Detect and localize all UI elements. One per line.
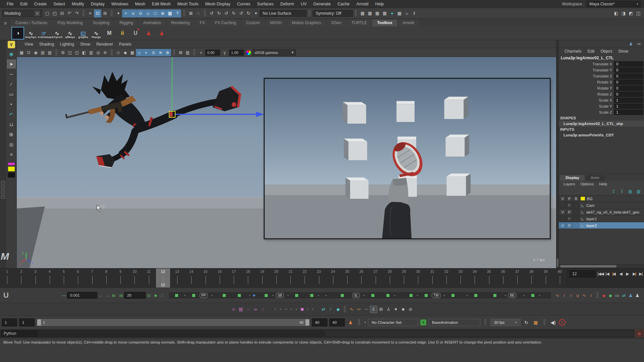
bookmark-key-marker[interactable] (474, 294, 477, 297)
timeline-frame-7[interactable]: 7 (85, 268, 99, 288)
shelf-item-range[interactable]: ∿Range (91, 27, 102, 39)
layer-r-toggle[interactable] (573, 216, 579, 222)
step-field[interactable]: 0.001 (67, 292, 97, 299)
bookmark-label-sl[interactable]: SL (352, 293, 360, 298)
bookmark-key-marker[interactable] (175, 294, 178, 297)
shelf-tab-motion-graphics[interactable]: Motion Graphics (287, 19, 326, 26)
snap-box-tool-icon[interactable]: ⊞ (7, 130, 16, 139)
bookmarks-icon[interactable]: ▤ (39, 49, 46, 56)
mini-strip-key[interactable] (301, 308, 304, 311)
gamma-field[interactable]: 1.00 (229, 50, 244, 56)
safe-action-icon[interactable]: ◎ (95, 49, 102, 56)
chevron-down-icon[interactable]: ▾ (364, 320, 366, 324)
layer-row-ak47-rig-v0-4-beta-ak47-geo[interactable]: VP◺ak47_rig_v0_4_beta:ak47_geo (559, 209, 644, 216)
shelf-item-pose-a[interactable]: ♟ (143, 27, 154, 39)
bookmark-key-marker[interactable] (265, 294, 268, 297)
bookmark-key-marker[interactable] (531, 294, 534, 297)
layer-r-toggle[interactable] (573, 209, 579, 215)
channel-box-menu-object[interactable]: Object (597, 49, 615, 54)
character-controls-icon[interactable]: ♟ (628, 41, 634, 47)
render-frame-icon[interactable]: ▦ (359, 9, 366, 17)
layer-row-cam[interactable]: P◺Cam (559, 202, 644, 209)
bookmark-label-pp[interactable]: PP (200, 293, 207, 298)
attribute-value-field[interactable]: 0 (614, 67, 643, 73)
layer-editor-menu-layers[interactable]: Layers (561, 182, 578, 186)
shelf-tab-xgen[interactable]: XGen (326, 19, 346, 26)
layer-p-toggle[interactable]: P (566, 209, 573, 215)
snap-to-curves-icon[interactable]: ∪ (129, 9, 137, 17)
light-editor-icon[interactable]: ☼ (403, 9, 411, 17)
panel-menu-renderer[interactable]: Renderer (93, 42, 116, 47)
anti-aliasing-icon[interactable]: ⊛ (164, 49, 171, 56)
timeline-frame-28[interactable]: 28 (383, 268, 397, 288)
timeline-frame-36[interactable]: 36 (496, 268, 510, 288)
save-scene-icon[interactable]: ⊟ (58, 9, 66, 17)
lasso-tool-icon[interactable]: ∽ (7, 70, 16, 78)
character-blue-icon[interactable]: ♟ (627, 292, 634, 299)
film-gate-icon[interactable]: ◫ (66, 49, 73, 56)
redo-icon[interactable]: ↷ (73, 9, 80, 17)
menu-create[interactable]: Create (31, 2, 50, 6)
shelf-item-acksetup[interactable]: ☞AckSetup (38, 27, 50, 39)
render-sequence-icon[interactable]: ▦ (374, 9, 381, 17)
attribute-value-field[interactable]: 0 (614, 61, 643, 67)
shelf-item-allkeys[interactable]: ∿allkeys (64, 27, 76, 39)
shelf-tab-sculpting[interactable]: Sculpting (88, 19, 114, 26)
attribute-value-field[interactable]: 0 (614, 79, 643, 85)
channel-box-menu-show[interactable]: Show (615, 49, 631, 54)
time-editor-icon[interactable]: ▦ (532, 319, 539, 326)
menu-select[interactable]: Select (50, 2, 68, 6)
modeling-toolkit-toggle-icon[interactable]: ◧ (612, 9, 620, 17)
timeline-bookmarks-strip[interactable]: PPSBSLTWBE▶ (169, 292, 551, 298)
history-menu-arrow-icon[interactable]: ▾ (252, 9, 260, 17)
frames-field[interactable]: 20 (124, 292, 146, 299)
output-operations-icon[interactable]: ↻ (215, 9, 223, 17)
timeline-frame-3[interactable]: 3 (29, 268, 43, 288)
channel-box-menu-edit[interactable]: Edit (585, 49, 598, 54)
layout-single-pane-button[interactable] (1, 181, 5, 185)
shelf-item-keysyn[interactable]: ∿KeySyn (25, 27, 37, 39)
motion-trail-icon[interactable]: ∿ (348, 306, 355, 313)
timeline-frame-34[interactable]: 34 (468, 268, 482, 288)
camera-tool-icon[interactable]: ◎ (7, 140, 16, 149)
select-tool-icon[interactable]: ➤ (7, 60, 16, 68)
safe-title-icon[interactable]: ⊚ (102, 49, 109, 56)
set-key-green-icon[interactable]: ◆ (607, 292, 614, 299)
shelf-tab-rigging[interactable]: Rigging (115, 19, 138, 26)
exposure-field[interactable]: 0.00 (205, 50, 220, 56)
layout-persp-graph-button[interactable] (1, 195, 5, 199)
menu-uv[interactable]: UV (298, 2, 310, 6)
timeline-frame-16[interactable]: 16 (213, 268, 227, 288)
bookmark-key-marker[interactable] (223, 294, 226, 297)
snap-help-icon[interactable]: ? (174, 9, 181, 17)
input-node-item[interactable]: Luna3p:armorPrimVis_CDT (559, 132, 644, 138)
bookmark-key-marker[interactable] (493, 294, 496, 297)
shelf-item-graphx[interactable]: ◱graphx (77, 27, 89, 39)
shelf-item-ii[interactable]: ii (117, 27, 128, 39)
layer-editor-hscrollbar[interactable] (559, 264, 644, 268)
play-backwards-button[interactable]: ◀ (618, 270, 624, 278)
range-end-handle[interactable] (305, 319, 310, 326)
notes-tool-icon[interactable]: ≡ (7, 150, 16, 159)
timeline-frame-39[interactable]: 39 (539, 268, 553, 288)
range-slider-bar[interactable]: 1 40 (37, 318, 310, 326)
minus-icon[interactable]: — (60, 292, 67, 299)
textured-icon[interactable]: ▩ (129, 49, 136, 56)
shelf-tab-animation[interactable]: Animation (139, 19, 166, 26)
live-surface-field[interactable]: No Live Surface (260, 10, 307, 17)
menu-curves[interactable]: Curves (234, 2, 254, 6)
color-swatch-1[interactable] (8, 162, 15, 166)
sync-timeline-icon[interactable]: ⇄ (621, 292, 627, 299)
menu-help[interactable]: Help (372, 2, 387, 6)
set-key-red-icon[interactable]: ◆ (600, 292, 607, 299)
current-frame-field[interactable]: 12 (569, 270, 595, 278)
shelf-tab-custom[interactable]: Custom (241, 19, 265, 26)
ghost-icon[interactable]: ☺ (230, 306, 237, 313)
timeline-frame-23[interactable]: 23 (312, 268, 326, 288)
menu-edit[interactable]: Edit (17, 2, 31, 6)
favorites-icon[interactable]: ♥ (392, 306, 399, 313)
strip-play-marker[interactable]: ▶ (253, 293, 256, 297)
go-to-end-button[interactable]: ▶| (638, 270, 644, 278)
open-scene-icon[interactable]: ◰ (51, 9, 58, 17)
clip-page-icon[interactable]: ▤ (237, 306, 245, 313)
